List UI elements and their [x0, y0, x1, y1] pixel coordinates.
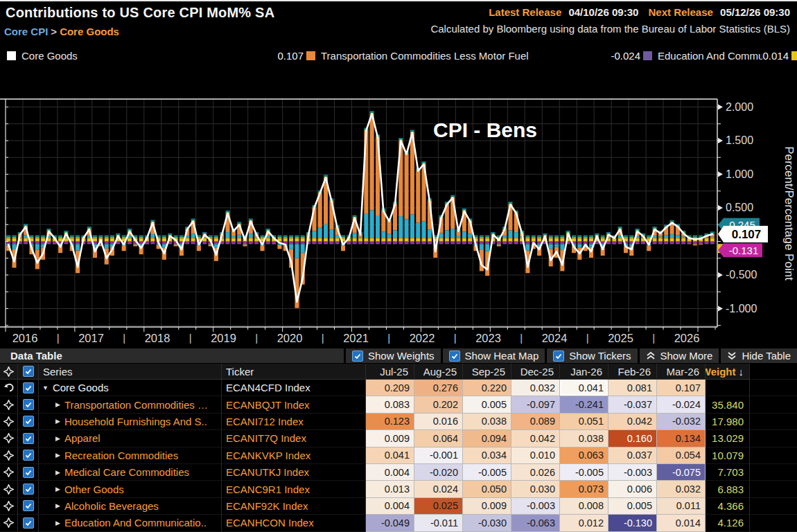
row-checkbox-0[interactable]: [23, 382, 34, 393]
row-checkbox-1[interactable]: [23, 399, 34, 410]
svg-text:2023: 2023: [475, 332, 501, 344]
collapse-arrow-icon[interactable]: ▼: [42, 384, 49, 391]
legend-label: Education And Communication Commodities: [658, 50, 762, 62]
toolbar-control-hide-table[interactable]: Hide Table: [721, 348, 797, 363]
series-cell[interactable]: ▶Education And Communicatio..: [39, 515, 222, 531]
series-cell[interactable]: ▶Apparel: [39, 430, 222, 447]
drill-diamond-icon[interactable]: [3, 517, 14, 528]
breadcrumb-core-goods[interactable]: Core Goods: [60, 26, 119, 37]
table-row-child-3[interactable]: ▶ApparelECANIT7Q Index0.0090.0640.0940.0…: [0, 430, 797, 447]
contribution-chart[interactable]: 2.0001.5001.0000.500-0.500-1.000Percent/…: [0, 96, 797, 349]
expand-arrow-icon[interactable]: ▶: [55, 502, 60, 509]
series-cell[interactable]: ▶Transportation Commodities …: [39, 396, 222, 413]
drill-diamond-cell[interactable]: [0, 430, 18, 447]
drill-diamond-icon[interactable]: [3, 501, 14, 511]
value-cell-aug-25: 0.064: [414, 430, 463, 447]
row-checkbox-3[interactable]: [23, 433, 34, 444]
table-row-child-7[interactable]: ▶Alcoholic BeveragesECANF92K Index0.0040…: [0, 498, 797, 515]
expand-arrow-icon[interactable]: ▶: [55, 435, 60, 442]
table-row-core-goods[interactable]: ▼Core GoodsECAN4CFD Index0.2090.2760.220…: [0, 380, 797, 396]
drill-diamond-cell[interactable]: [0, 515, 18, 531]
drill-diamond-cell[interactable]: [0, 414, 18, 430]
series-cell[interactable]: ▶Other Goods: [39, 481, 222, 497]
ticker-cell[interactable]: ECANBQJT Index: [222, 396, 366, 413]
drill-diamond-cell[interactable]: [0, 481, 18, 497]
drill-diamond-cell[interactable]: [0, 447, 18, 464]
legend-item-0[interactable]: Core Goods0.107: [7, 48, 306, 63]
check-icon: [25, 486, 32, 493]
table-row-child-1[interactable]: ▶Transportation Commodities …ECANBQJT In…: [0, 396, 797, 413]
chart-annotation: CPI - Bens: [433, 118, 537, 141]
legend-item-1[interactable]: Transportation Commodities Less Motor Fu…: [306, 48, 643, 63]
row-checkbox-8[interactable]: [23, 517, 34, 529]
drill-diamond-cell[interactable]: [0, 498, 18, 515]
ticker-cell[interactable]: ECAN4CFD Index: [222, 380, 366, 396]
row-checkbox-7[interactable]: [23, 500, 34, 511]
toolbar-control-show-tickers[interactable]: Show Tickers: [547, 348, 637, 363]
value-cell-feb-26: -0.003: [608, 464, 657, 481]
value-cell-sep-25: 0.005: [463, 396, 511, 413]
ticker-cell[interactable]: ECANC9R1 Index: [222, 481, 366, 497]
expand-arrow-icon[interactable]: ▶: [55, 401, 60, 408]
value-cell-aug-25: -0.011: [414, 515, 463, 531]
table-row-child-8[interactable]: ▶Education And Communicatio..ECANHCON In…: [0, 515, 797, 531]
expand-arrow-icon[interactable]: ▶: [55, 418, 60, 425]
drill-diamond-cell[interactable]: [0, 464, 18, 481]
checkbox-0[interactable]: [352, 351, 363, 362]
ticker-cell[interactable]: ECANIT7Q Index: [222, 430, 366, 447]
weight-cell: 4.366: [706, 498, 750, 515]
drill-diamond-icon[interactable]: [3, 416, 14, 427]
series-name: Household Furnishings And S..: [64, 416, 207, 427]
drill-diamond-cell[interactable]: [0, 396, 18, 413]
expand-arrow-icon[interactable]: ▶: [55, 520, 60, 526]
row-checkbox-4[interactable]: [23, 450, 34, 461]
toolbar-control-show-heat-map[interactable]: Show Heat Map: [443, 348, 545, 363]
table-row-child-2[interactable]: ▶Household Furnishings And S..ECANI712 I…: [0, 414, 797, 430]
drill-diamond-icon[interactable]: [3, 366, 14, 377]
toolbar-control-show-weights[interactable]: Show Weights: [346, 348, 441, 363]
drill-diamond-icon[interactable]: [3, 467, 14, 477]
ticker-cell[interactable]: ECANUTKJ Index: [222, 464, 366, 481]
header-checkbox[interactable]: [23, 366, 34, 377]
legend-item-2[interactable]: Education And Communication Commodities0…: [643, 48, 791, 63]
ticker-cell[interactable]: ECANF92K Index: [222, 498, 366, 515]
drill-diamond-icon[interactable]: [3, 484, 14, 495]
breadcrumb-core-cpi[interactable]: Core CPI: [4, 26, 48, 37]
latest-release-value: 04/10/26 09:30: [564, 6, 645, 18]
row-checkbox-5[interactable]: [23, 467, 34, 478]
table-row-child-5[interactable]: ▶Medical Care CommoditiesECANUTKJ Index0…: [0, 464, 797, 481]
series-cell[interactable]: ▶Household Furnishings And S..: [39, 414, 222, 430]
expand-arrow-icon[interactable]: ▶: [55, 469, 60, 476]
ticker-cell[interactable]: ECANHCON Index: [222, 515, 366, 531]
row-checkbox-6[interactable]: [23, 484, 34, 495]
checkbox-2[interactable]: [553, 351, 564, 362]
series-cell[interactable]: ▶Alcoholic Beverages: [39, 498, 222, 515]
toolbar-label: Show Weights: [368, 350, 435, 362]
series-cell[interactable]: ▼Core Goods: [39, 380, 222, 396]
table-row-child-4[interactable]: ▶Recreation CommoditiesECANKVKP Index0.0…: [0, 447, 797, 464]
svg-text:0.107: 0.107: [732, 228, 762, 241]
ticker-cell[interactable]: ECANI712 Index: [222, 414, 366, 430]
table-row-child-6[interactable]: ▶Other GoodsECANC9R1 Index0.0130.0240.05…: [0, 481, 797, 497]
drill-diamond-icon[interactable]: [3, 400, 14, 410]
checkbox-1[interactable]: [449, 351, 460, 362]
expand-arrow-icon[interactable]: ▶: [55, 486, 60, 493]
drill-diamond-icon[interactable]: [3, 450, 14, 461]
toolbar-control-show-more[interactable]: Show More: [640, 348, 719, 363]
legend-value: 0.107: [277, 50, 306, 62]
series-cell[interactable]: ▶Recreation Commodities: [39, 447, 222, 464]
series-name: Recreation Commodities: [64, 450, 178, 461]
release-info: Latest Release 04/10/26 09:30 Next Relea…: [489, 6, 790, 18]
breadcrumb: Core CPI>Core Goods: [4, 26, 119, 37]
drill-up-cell[interactable]: [0, 380, 18, 396]
drill-up-icon[interactable]: [3, 382, 15, 393]
legend-item-3[interactable]: Household Furnishings And Supplies-0.032: [791, 48, 797, 63]
svg-text:|: |: [322, 332, 324, 344]
column-header-weight[interactable]: Weight↓: [706, 364, 750, 380]
row-filler: [750, 447, 797, 464]
drill-diamond-icon[interactable]: [3, 433, 14, 443]
row-checkbox-2[interactable]: [23, 416, 34, 427]
series-cell[interactable]: ▶Medical Care Commodities: [39, 464, 222, 481]
ticker-cell[interactable]: ECANKVKP Index: [222, 447, 366, 464]
expand-arrow-icon[interactable]: ▶: [55, 452, 60, 459]
